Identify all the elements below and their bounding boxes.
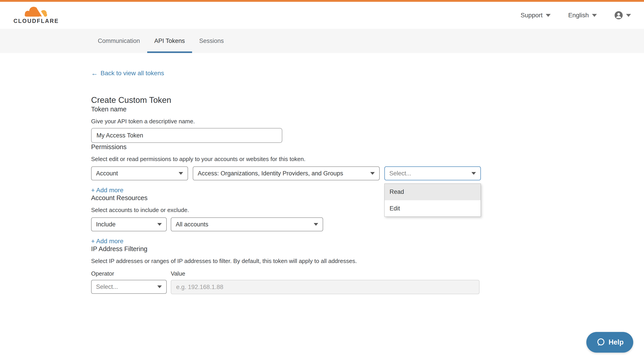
user-avatar-icon xyxy=(614,11,623,20)
chevron-down-icon xyxy=(157,285,162,288)
ip-operator-placeholder: Select... xyxy=(96,283,118,290)
main-content: ← Back to view all tokens Create Custom … xyxy=(0,53,644,294)
menu-option-edit[interactable]: Edit xyxy=(384,200,481,216)
header: CLOUDFLARE Support English xyxy=(0,2,644,29)
back-to-tokens-link[interactable]: ← Back to view all tokens xyxy=(91,70,164,77)
language-menu[interactable]: English xyxy=(568,12,597,19)
operator-label: Operator xyxy=(91,270,167,277)
cloudflare-wordmark: CLOUDFLARE xyxy=(14,18,59,24)
account-resources-description: Select accounts to include or exclude. xyxy=(91,206,644,214)
tab-sessions[interactable]: Sessions xyxy=(192,29,231,53)
ip-filtering-heading: IP Address Filtering xyxy=(91,245,644,253)
permission-scope-value: Account xyxy=(96,170,118,177)
tab-communication[interactable]: Communication xyxy=(91,29,147,53)
header-right: Support English xyxy=(520,11,631,20)
token-name-description: Give your API token a descriptive name. xyxy=(91,118,644,125)
account-resources-heading: Account Resources xyxy=(91,194,644,202)
permission-access-select[interactable]: Select... xyxy=(384,166,481,180)
account-resources-add-more-link[interactable]: + Add more xyxy=(91,238,124,245)
account-include-select[interactable]: Include xyxy=(91,217,167,231)
menu-option-read[interactable]: Read xyxy=(384,184,481,200)
ip-filtering-labels: Operator Value xyxy=(91,270,644,277)
permission-resource-select[interactable]: Access: Organizations, Identity Provider… xyxy=(193,166,380,180)
back-link-label: Back to view all tokens xyxy=(100,70,164,77)
chevron-down-icon xyxy=(626,14,631,17)
account-resources-row: Include All accounts xyxy=(91,217,644,231)
token-name-heading: Token name xyxy=(91,105,644,113)
permissions-add-more-link[interactable]: + Add more xyxy=(91,187,124,194)
access-level-dropdown-menu: Read Edit xyxy=(384,183,481,217)
token-name-input[interactable] xyxy=(91,128,282,143)
value-label: Value xyxy=(171,270,185,277)
language-menu-label: English xyxy=(568,12,589,19)
chevron-down-icon xyxy=(314,223,318,226)
account-menu[interactable] xyxy=(614,11,631,20)
account-selection-value: All accounts xyxy=(176,221,208,228)
permission-resource-value: Access: Organizations, Identity Provider… xyxy=(198,170,343,177)
page-title: Create Custom Token xyxy=(91,95,644,105)
support-menu-label: Support xyxy=(520,12,542,19)
account-include-value: Include xyxy=(96,221,116,228)
permissions-heading: Permissions xyxy=(91,143,644,151)
chevron-down-icon xyxy=(592,14,597,17)
chevron-down-icon xyxy=(178,172,183,175)
cloudflare-cloud-icon xyxy=(22,7,48,18)
cloudflare-logo[interactable]: CLOUDFLARE xyxy=(14,7,49,24)
chevron-down-icon xyxy=(546,14,551,17)
chevron-down-icon xyxy=(472,172,476,175)
left-arrow-icon: ← xyxy=(91,70,98,77)
ip-filtering-row: Select... xyxy=(91,280,644,294)
ip-value-input[interactable] xyxy=(171,280,480,294)
permission-access-placeholder: Select... xyxy=(389,170,411,177)
chat-bubble-icon xyxy=(596,337,606,347)
ip-filtering-description: Select IP addresses or ranges of IP addr… xyxy=(91,257,644,265)
ip-operator-select[interactable]: Select... xyxy=(91,280,167,294)
top-accent-bar xyxy=(0,0,644,2)
permission-scope-select[interactable]: Account xyxy=(91,166,188,180)
support-menu[interactable]: Support xyxy=(520,12,551,19)
chevron-down-icon xyxy=(157,223,162,226)
tab-api-tokens[interactable]: API Tokens xyxy=(147,29,192,53)
permissions-description: Select edit or read permissions to apply… xyxy=(91,155,644,163)
account-selection-select[interactable]: All accounts xyxy=(171,217,323,231)
help-button[interactable]: Help xyxy=(586,332,633,352)
permissions-row: Account Access: Organizations, Identity … xyxy=(91,166,644,180)
help-button-label: Help xyxy=(608,338,624,346)
chevron-down-icon xyxy=(370,172,375,175)
tab-bar: Communication API Tokens Sessions xyxy=(0,29,644,53)
